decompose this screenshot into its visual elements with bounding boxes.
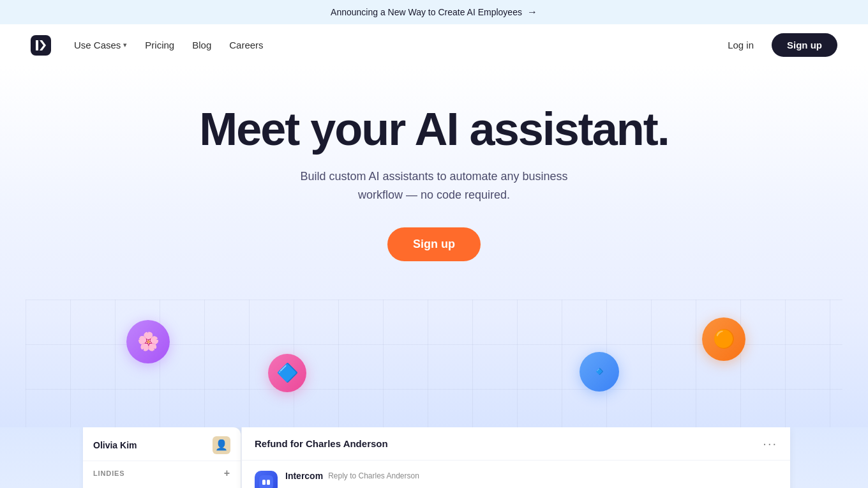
agent-bubble-1: 🌸 (126, 320, 170, 363)
message-content: Intercom Reply to Charles Anderson We ap… (285, 471, 777, 488)
nav-use-cases[interactable]: Use Cases ▾ (74, 40, 127, 50)
login-button[interactable]: Log in (720, 34, 761, 56)
more-options-button[interactable]: ··· (763, 436, 777, 451)
agent-bubble-3: 🔹 (580, 352, 619, 392)
nav-links: Use Cases ▾ Pricing Blog Careers (74, 40, 264, 51)
agent1-icon: 🌸 (137, 331, 160, 352)
hero-section: Meet your AI assistant. Build custom AI … (0, 66, 868, 427)
agent4-icon: 🟠 (713, 328, 735, 349)
svg-rect-0 (31, 35, 51, 56)
message-header: Intercom Reply to Charles Anderson (285, 471, 777, 481)
announcement-text: Announcing a New Way to Create AI Employ… (331, 7, 522, 17)
grid-area: 🌸 🔷 🔹 🟠 (26, 300, 842, 427)
logo[interactable] (31, 35, 51, 56)
message-sender: Intercom (285, 471, 323, 481)
nav-left: Use Cases ▾ Pricing Blog Careers (31, 35, 264, 56)
chat-title: Refund for Charles Anderson (255, 438, 388, 449)
sidebar-panel: Olivia Kim 👤 LINDIES + 📁 Marketing Team … (83, 427, 241, 488)
chat-header: Refund for Charles Anderson ··· (242, 427, 790, 461)
hero-signup-button[interactable]: Sign up (387, 227, 481, 261)
svg-rect-3 (267, 480, 270, 485)
blog-link[interactable]: Blog (192, 40, 211, 50)
add-lindy-button[interactable]: + (224, 468, 230, 479)
agent-bubble-2: 🔷 (268, 354, 306, 392)
navbar: Use Cases ▾ Pricing Blog Careers Log in … (0, 24, 868, 66)
arrow-icon: → (527, 6, 537, 18)
sidebar-avatar: 👤 (213, 436, 230, 454)
hero-title: Meet your AI assistant. (26, 104, 842, 155)
logo-icon (31, 35, 51, 56)
nav-pricing[interactable]: Pricing (145, 40, 174, 51)
nav-blog[interactable]: Blog (192, 40, 211, 51)
nav-careers[interactable]: Careers (229, 40, 263, 51)
nav-right: Log in Sign up (720, 33, 837, 57)
agent3-icon: 🔹 (588, 361, 611, 382)
svg-rect-2 (262, 480, 266, 485)
agent-bubble-4: 🟠 (702, 317, 745, 361)
hero-subtitle-line2: workflow — no code required. (358, 188, 510, 201)
chat-message: Intercom Reply to Charles Anderson We ap… (242, 461, 790, 488)
signup-button-nav[interactable]: Sign up (772, 33, 837, 57)
agent2-icon: 🔷 (276, 362, 299, 383)
ui-panel-section: Olivia Kim 👤 LINDIES + 📁 Marketing Team … (0, 427, 868, 488)
use-cases-link[interactable]: Use Cases (74, 40, 121, 50)
sidebar-item-marketing[interactable]: 📁 Marketing Team (83, 483, 241, 488)
message-avatar (255, 471, 278, 488)
careers-link[interactable]: Careers (229, 40, 263, 50)
pricing-link[interactable]: Pricing (145, 40, 174, 50)
chevron-down-icon: ▾ (123, 41, 127, 49)
sidebar-header: Olivia Kim 👤 (83, 427, 241, 461)
sidebar-section-label: LINDIES + (83, 461, 241, 483)
chat-panel: Refund for Charles Anderson ··· Intercom… (241, 427, 790, 488)
sidebar-username: Olivia Kim (93, 440, 137, 450)
hero-subtitle-line1: Build custom AI assistants to automate a… (300, 170, 567, 183)
message-reply-to: Reply to Charles Anderson (328, 471, 419, 480)
message-body: We apologize for any inconvenience you m… (285, 485, 777, 488)
announcement-bar[interactable]: Announcing a New Way to Create AI Employ… (0, 0, 868, 24)
svg-rect-1 (259, 475, 273, 488)
hero-subtitle: Build custom AI assistants to automate a… (26, 167, 842, 204)
